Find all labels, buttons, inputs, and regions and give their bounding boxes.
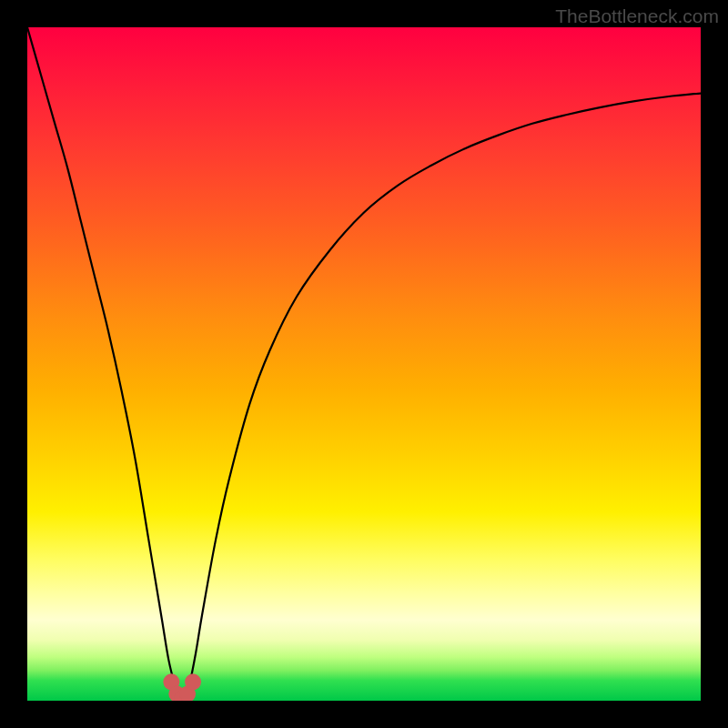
trough-markers	[163, 673, 201, 701]
trough-marker	[185, 673, 201, 690]
chart-container: TheBottleneck.com	[0, 0, 728, 728]
plot-area	[27, 27, 701, 701]
bottleneck-curve	[27, 27, 701, 701]
curve-layer	[27, 27, 701, 701]
watermark-text: TheBottleneck.com	[555, 5, 719, 27]
